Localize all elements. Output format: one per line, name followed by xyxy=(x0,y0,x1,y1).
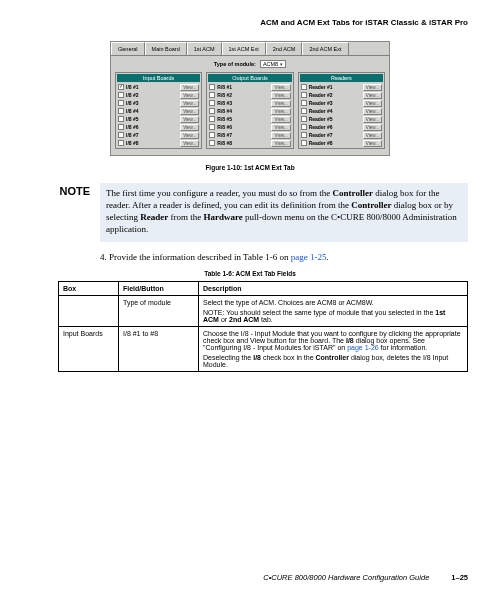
checkbox[interactable] xyxy=(118,92,124,98)
view-button[interactable]: View... xyxy=(180,132,199,139)
checkbox[interactable] xyxy=(301,108,307,114)
item-label: R/8 #6 xyxy=(217,124,269,130)
item-label: Reader #2 xyxy=(309,92,361,98)
checkbox[interactable] xyxy=(209,132,215,138)
item-label: R/8 #4 xyxy=(217,108,269,114)
column-readers: ReadersReader #1View...Reader #2View...R… xyxy=(298,72,385,149)
checkbox[interactable] xyxy=(301,92,307,98)
checkbox[interactable] xyxy=(209,92,215,98)
view-button[interactable]: View... xyxy=(363,116,382,123)
item-label: R/8 #8 xyxy=(217,140,269,146)
step-text-before: Provide the information described in Tab… xyxy=(109,252,291,262)
view-button[interactable]: View... xyxy=(271,124,290,131)
figure-caption: Figure 1-10: 1st ACM Ext Tab xyxy=(32,164,468,171)
checkbox[interactable] xyxy=(301,124,307,130)
item-label: R/8 #5 xyxy=(217,116,269,122)
view-text: View xyxy=(250,337,265,344)
list-item: R/8 #6View... xyxy=(208,123,291,131)
view-button[interactable]: View... xyxy=(363,140,382,147)
view-button[interactable]: View... xyxy=(271,92,290,99)
list-item: Reader #1View... xyxy=(300,83,383,91)
tab-1st-acm-ext[interactable]: 1st ACM Ext xyxy=(222,42,266,55)
view-button[interactable]: View... xyxy=(180,124,199,131)
chevron-down-icon: ▾ xyxy=(280,61,283,67)
step-page-link[interactable]: page 1-25 xyxy=(291,252,327,262)
list-item: I/8 #8View... xyxy=(117,139,200,147)
view-button[interactable]: View... xyxy=(271,140,290,147)
checkbox[interactable] xyxy=(118,140,124,146)
view-button[interactable]: View... xyxy=(363,84,382,91)
cell-desc: Select the type of ACM. Choices are ACM8… xyxy=(199,295,468,326)
bold-term: Controller xyxy=(315,354,348,361)
list-item: R/8 #3View... xyxy=(208,99,291,107)
page-link[interactable]: page 1-26 xyxy=(347,344,379,351)
table-row: Type of moduleSelect the type of ACM. Ch… xyxy=(59,295,468,326)
view-button[interactable]: View... xyxy=(363,132,382,139)
list-item: I/8 #6View... xyxy=(117,123,200,131)
checkbox[interactable] xyxy=(301,100,307,106)
checkbox[interactable] xyxy=(118,100,124,106)
view-button[interactable]: View... xyxy=(180,108,199,115)
checkbox[interactable] xyxy=(118,132,124,138)
column-header: Readers xyxy=(300,74,383,82)
view-button[interactable]: View... xyxy=(363,124,382,131)
checkbox[interactable] xyxy=(209,100,215,106)
page-header-title: ACM and ACM Ext Tabs for iSTAR Classic &… xyxy=(32,18,468,27)
bold-term: I/8 xyxy=(253,354,261,361)
checkbox[interactable] xyxy=(118,108,124,114)
checkbox[interactable] xyxy=(301,140,307,146)
view-button[interactable]: View... xyxy=(180,116,199,123)
module-type-row: Type of module: ACM8 ▾ xyxy=(111,56,389,70)
bold-term: I/8 xyxy=(346,337,354,344)
column-output-boards: Output BoardsR/8 #1View...R/8 #2View...R… xyxy=(206,72,293,149)
checkbox[interactable] xyxy=(209,124,215,130)
view-button[interactable]: View... xyxy=(180,140,199,147)
item-label: Reader #5 xyxy=(309,116,361,122)
list-item: I/8 #2View... xyxy=(117,91,200,99)
checkbox[interactable] xyxy=(209,140,215,146)
view-button[interactable]: View... xyxy=(363,92,382,99)
view-button[interactable]: View... xyxy=(180,92,199,99)
tab-2nd-acm-ext[interactable]: 2nd ACM Ext xyxy=(302,42,348,55)
cell-box xyxy=(59,295,119,326)
view-button[interactable]: View... xyxy=(363,100,382,107)
tab-general[interactable]: General xyxy=(111,42,145,55)
item-label: Reader #7 xyxy=(309,132,361,138)
tab-1st-acm[interactable]: 1st ACM xyxy=(187,42,222,55)
checkbox[interactable] xyxy=(209,116,215,122)
note-bold-term: Hardware xyxy=(204,212,243,222)
view-button[interactable]: View... xyxy=(180,84,199,91)
checkbox[interactable] xyxy=(301,132,307,138)
col-header-desc: Description xyxy=(199,281,468,295)
desc-text: Select the type of ACM. Choices are ACM8… xyxy=(203,299,374,306)
view-button[interactable]: View... xyxy=(180,100,199,107)
checkbox[interactable] xyxy=(118,116,124,122)
checkbox[interactable] xyxy=(209,108,215,114)
checkbox[interactable] xyxy=(118,84,124,90)
list-item: Reader #4View... xyxy=(300,107,383,115)
col-header-field: Field/Button xyxy=(119,281,199,295)
view-button[interactable]: View... xyxy=(271,108,290,115)
view-button[interactable]: View... xyxy=(271,132,290,139)
list-item: Reader #3View... xyxy=(300,99,383,107)
item-label: I/8 #2 xyxy=(126,92,178,98)
cell-desc: Choose the I/8 - Input Module that you w… xyxy=(199,326,468,371)
note-block: NOTE The first time you configure a read… xyxy=(32,183,468,242)
step-text-after: . xyxy=(326,252,328,262)
desc-text: Deselecting the I/8 check box in the Con… xyxy=(203,354,463,368)
item-label: I/8 #4 xyxy=(126,108,178,114)
tab-main-board[interactable]: Main Board xyxy=(145,42,187,55)
view-button[interactable]: View... xyxy=(271,100,290,107)
cell-field: I/8 #1 to #8 xyxy=(119,326,199,371)
bold-term: 2nd ACM xyxy=(229,316,259,323)
checkbox[interactable] xyxy=(301,116,307,122)
view-button[interactable]: View... xyxy=(363,108,382,115)
view-button[interactable]: View... xyxy=(271,84,290,91)
tab-2nd-acm[interactable]: 2nd ACM xyxy=(266,42,303,55)
list-item: I/8 #5View... xyxy=(117,115,200,123)
checkbox[interactable] xyxy=(209,84,215,90)
checkbox[interactable] xyxy=(118,124,124,130)
module-type-select[interactable]: ACM8 ▾ xyxy=(260,60,286,68)
view-button[interactable]: View... xyxy=(271,116,290,123)
checkbox[interactable] xyxy=(301,84,307,90)
